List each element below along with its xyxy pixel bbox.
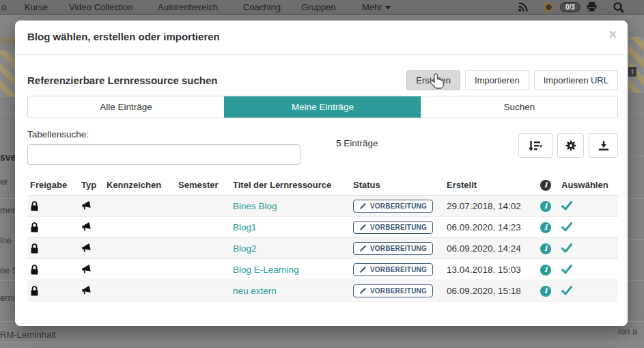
top-navbar: o Kurse Video Collection Autorenbereich … — [0, 0, 644, 15]
sort-amount-icon — [528, 140, 543, 152]
print-icon[interactable] — [586, 1, 598, 12]
resource-title-link[interactable]: Blog1 — [233, 222, 257, 232]
blog-select-modal: Blog wählen, erstellen oder importieren … — [15, 21, 628, 326]
nav-item-gruppen[interactable]: Gruppen — [301, 2, 336, 12]
counter-badge: 0/3 — [560, 2, 580, 12]
modal-header: Blog wählen, erstellen oder importieren … — [15, 21, 628, 55]
cell-created: 06.09.2020, 15:18 — [447, 286, 540, 296]
resource-title-link[interactable]: Blog2 — [233, 243, 257, 254]
nav-fragment[interactable]: o — [1, 2, 6, 12]
table-search-input[interactable] — [27, 144, 300, 165]
table-header-row: Freigabe Typ Kennzeichen Semester Titel … — [27, 175, 618, 196]
col-header-typ[interactable]: Typ — [81, 180, 107, 190]
section-title: Referenzierbare Lernressource suchen — [27, 75, 217, 86]
import-url-button[interactable]: Importieren URL — [534, 70, 618, 90]
bg-text-fragment: ion a — [618, 326, 637, 336]
lock-icon — [30, 286, 81, 296]
bg-text-fragment: mer — [0, 205, 15, 215]
nav-item-video-collection[interactable]: Video Collection — [69, 2, 133, 12]
blog-type-icon — [81, 286, 107, 295]
col-header-semester[interactable]: Semester — [178, 180, 233, 190]
pencil-icon — [359, 266, 367, 273]
table-row: Blog1 VORBEREITUNG 06.09.2020, 14:23 i — [27, 217, 618, 238]
status-badge: VORBEREITUNG — [353, 242, 433, 255]
col-header-erstellt[interactable]: Erstellt — [447, 180, 540, 190]
cell-created: 06.09.2020, 14:24 — [447, 243, 540, 254]
rss-icon[interactable] — [518, 1, 529, 12]
nav-item-mehr[interactable]: Mehr — [362, 2, 391, 12]
col-header-auswaehlen: Auswählen — [561, 180, 615, 190]
col-header-titel[interactable]: Titel der Lernressource — [233, 180, 353, 190]
table-row: Blog2 VORBEREITUNG 06.09.2020, 14:24 i — [27, 238, 618, 259]
tab-meine-eintraege[interactable]: Meine Einträge — [224, 96, 421, 118]
table-row: Bines Blog VORBEREITUNG 29.07.2018, 14:0… — [27, 196, 618, 217]
cell-created: 29.07.2018, 14:02 — [447, 201, 540, 211]
table-row: neu extern VORBEREITUNG 06.09.2020, 15:1… — [27, 280, 618, 302]
tab-suchen[interactable]: Suchen — [421, 96, 617, 118]
status-badge: VORBEREITUNG — [353, 200, 433, 213]
bg-text-fragment: lne — [0, 235, 12, 245]
pencil-icon — [359, 287, 367, 295]
create-button[interactable]: Erstellen — [406, 70, 460, 90]
status-badge: VORBEREITUNG — [353, 284, 433, 297]
blog-type-icon — [81, 222, 107, 232]
gear-icon — [565, 140, 576, 151]
blog-type-icon — [81, 243, 107, 253]
lock-icon — [30, 265, 81, 275]
nav-item-autorenbereich[interactable]: Autorenbereich — [158, 2, 218, 12]
nav-item-kurse[interactable]: Kurse — [25, 2, 48, 12]
cell-created: 13.04.2018, 15:03 — [447, 265, 540, 275]
info-column-icon: i — [540, 180, 551, 191]
tab-alle-eintraege[interactable]: Alle Einträge — [28, 96, 224, 118]
info-icon[interactable]: i — [540, 265, 551, 276]
lock-icon — [30, 243, 81, 254]
status-badge: VORBEREITUNG — [353, 221, 433, 234]
table-body: Bines Blog VORBEREITUNG 29.07.2018, 14:0… — [27, 196, 618, 302]
action-buttons: Erstellen Importieren Importieren URL — [406, 70, 618, 90]
info-icon[interactable]: i — [540, 222, 551, 233]
blog-type-icon — [81, 201, 107, 211]
status-badge: VORBEREITUNG — [353, 263, 433, 276]
cell-created: 06.09.2020, 14:23 — [447, 222, 540, 232]
blog-type-icon — [81, 265, 107, 274]
bg-text-fragment: sve — [0, 152, 16, 163]
select-check-icon[interactable] — [561, 201, 615, 211]
col-header-status[interactable]: Status — [353, 180, 447, 190]
info-icon[interactable]: i — [540, 201, 551, 212]
col-header-freigabe[interactable]: Freigabe — [30, 180, 81, 190]
download-icon — [598, 140, 609, 151]
table-search-label: Tabellensuche: — [27, 129, 300, 139]
select-check-icon[interactable] — [561, 265, 615, 274]
table-row: Blog E-Learning VORBEREITUNG 13.04.2018,… — [27, 259, 618, 280]
chevron-down-icon — [385, 6, 391, 10]
pencil-icon — [359, 245, 367, 252]
session-status-icon[interactable] — [544, 3, 553, 12]
close-icon[interactable]: × — [608, 27, 617, 41]
bg-chip: T — [628, 67, 636, 77]
info-icon[interactable]: i — [540, 243, 551, 254]
lock-icon — [30, 222, 81, 232]
resource-title-link[interactable]: neu extern — [233, 286, 277, 296]
resource-title-link[interactable]: Blog E-Learning — [233, 265, 299, 275]
resource-title-link[interactable]: Bines Blog — [233, 201, 277, 211]
select-check-icon[interactable] — [561, 243, 615, 253]
lock-icon — [30, 201, 81, 211]
search-icon[interactable] — [613, 1, 625, 14]
import-button[interactable]: Importieren — [465, 70, 529, 90]
table-settings-button[interactable] — [557, 133, 584, 158]
select-check-icon[interactable] — [561, 222, 615, 232]
bg-text-fragment: RM-Lerninhalt — [0, 330, 56, 340]
col-header-kennzeichen[interactable]: Kennzeichen — [107, 180, 178, 190]
sort-button[interactable] — [518, 133, 552, 158]
modal-title: Blog wählen, erstellen oder importieren — [27, 31, 220, 42]
pencil-icon — [359, 224, 367, 231]
pencil-icon — [359, 202, 367, 210]
nav-item-coaching[interactable]: Coaching — [243, 2, 281, 12]
select-check-icon[interactable] — [561, 286, 615, 295]
bg-text-fragment: er — [0, 176, 8, 187]
entries-count: 5 Einträge — [336, 138, 378, 165]
entries-tabbar: Alle Einträge Meine Einträge Suchen — [27, 96, 618, 118]
download-button[interactable] — [589, 133, 618, 158]
info-icon[interactable]: i — [540, 286, 551, 297]
